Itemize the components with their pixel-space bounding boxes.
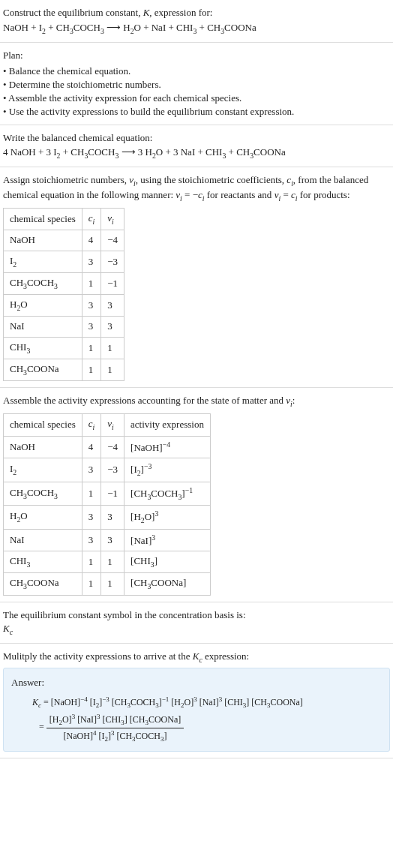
plan-list: Balance the chemical equation. Determine…	[3, 65, 390, 119]
cell-c: 1	[82, 482, 101, 506]
cell-v: 3	[101, 529, 124, 551]
cell-species: CH3COCH3	[4, 482, 82, 506]
table-row: I23−3[I2]−3	[4, 458, 211, 482]
answer-line2: = [H2O]3 [NaI]3 [CHI3] [CH3COONa] [NaOH]…	[32, 712, 382, 744]
cell-species: I2	[4, 458, 82, 482]
cell-v: −4	[101, 436, 124, 458]
table-row: CHI311[CHI3]	[4, 551, 211, 573]
table-row: H2O33[H2O]3	[4, 506, 211, 530]
table-header-row: chemical species ci νi activity expressi…	[4, 414, 211, 436]
plan-item: Determine the stoichiometric numbers.	[3, 78, 390, 92]
table-row: CH3COONa11[CH3COONa]	[4, 573, 211, 595]
answer-fraction: [H2O]3 [NaI]3 [CHI3] [CH3COONa] [NaOH]4 …	[46, 712, 184, 744]
cell-v: 1	[101, 573, 124, 595]
cell-species: CH3COONa	[4, 573, 82, 595]
cell-species: I2	[4, 251, 82, 272]
cell-species: H2O	[4, 295, 82, 317]
plan-item: Assemble the activity expression for eac…	[3, 92, 390, 105]
header-species: chemical species	[4, 209, 82, 230]
cell-expr: [CH3COONa]	[124, 573, 211, 595]
activity-section: Assemble the activity expressions accoun…	[0, 388, 393, 602]
cell-species: NaI	[4, 317, 82, 337]
cell-species: CHI3	[4, 337, 82, 359]
cell-species: CHI3	[4, 551, 82, 573]
table-row: CH3COCH31−1[CH3COCH3]−1	[4, 482, 211, 506]
cell-expr: [CHI3]	[124, 551, 211, 573]
stoich-text: Assign stoichiometric numbers, νi, using…	[3, 173, 390, 203]
cell-v: −3	[101, 251, 124, 272]
cell-species: NaOH	[4, 436, 82, 458]
cell-v: −1	[101, 272, 124, 294]
cell-species: NaI	[4, 529, 82, 551]
symbol-text: The equilibrium constant symbol in the c…	[3, 608, 390, 622]
header-expr: activity expression	[124, 414, 211, 436]
answer-line1: Kc = [NaOH]−4 [I2]−3 [CH3COCH3]−1 [H2O]3…	[32, 695, 382, 710]
plan-heading: Plan:	[3, 49, 390, 62]
balanced-section: Write the balanced chemical equation: 4 …	[0, 125, 393, 167]
cell-expr: [NaOH]−4	[124, 436, 211, 458]
plan-item: Balance the chemical equation.	[3, 65, 390, 78]
table-row: H2O33	[4, 295, 124, 317]
cell-v: −1	[101, 482, 124, 506]
cell-c: 3	[82, 295, 101, 317]
answer-numerator: [H2O]3 [NaI]3 [CHI3] [CH3COONa]	[46, 712, 184, 728]
intro-section: Construct the equilibrium constant, K, e…	[0, 0, 393, 43]
cell-species: NaOH	[4, 230, 82, 251]
header-c: ci	[82, 414, 101, 436]
balanced-heading: Write the balanced chemical equation:	[3, 131, 390, 145]
plan-section: Plan: Balance the chemical equation. Det…	[0, 43, 393, 125]
cell-v: −4	[101, 230, 124, 251]
cell-c: 3	[82, 317, 101, 337]
cell-expr: [I2]−3	[124, 458, 211, 482]
symbol-section: The equilibrium constant symbol in the c…	[0, 602, 393, 644]
cell-c: 1	[82, 359, 101, 380]
cell-c: 3	[82, 251, 101, 272]
cell-expr: [H2O]3	[124, 506, 211, 530]
cell-c: 3	[82, 506, 101, 530]
cell-species: H2O	[4, 506, 82, 530]
table-row: NaI33[NaI]3	[4, 529, 211, 551]
answer-denominator: [NaOH]4 [I2]3 [CH3COCH3]	[46, 728, 184, 744]
cell-species: CH3COONa	[4, 359, 82, 380]
table-row: I23−3	[4, 251, 124, 272]
cell-c: 1	[82, 272, 101, 294]
cell-v: 1	[101, 551, 124, 573]
cell-c: 4	[82, 230, 101, 251]
symbol-kc: Kc	[3, 622, 390, 637]
table-row: CHI311	[4, 337, 124, 359]
stoich-section: Assign stoichiometric numbers, νi, using…	[0, 167, 393, 388]
cell-c: 1	[82, 337, 101, 359]
cell-c: 3	[82, 458, 101, 482]
plan-item: Use the activity expressions to build th…	[3, 105, 390, 119]
cell-c: 1	[82, 551, 101, 573]
cell-v: 1	[101, 359, 124, 380]
stoich-table: chemical species ci νi NaOH4−4 I23−3 CH3…	[3, 208, 124, 381]
cell-c: 3	[82, 529, 101, 551]
header-c: ci	[82, 209, 101, 230]
cell-v: 1	[101, 337, 124, 359]
header-species: chemical species	[4, 414, 82, 436]
table-row: CH3COCH31−1	[4, 272, 124, 294]
cell-v: −3	[101, 458, 124, 482]
table-row: CH3COONa11	[4, 359, 124, 380]
header-v: νi	[101, 414, 124, 436]
intro-equation: NaOH + I2 + CH3COCH3 ⟶ H2O + NaI + CHI3 …	[3, 21, 390, 36]
multiply-heading: Mulitply the activity expressions to arr…	[3, 650, 390, 665]
answer-box: Answer: Kc = [NaOH]−4 [I2]−3 [CH3COCH3]−…	[3, 668, 390, 752]
balanced-equation: 4 NaOH + 3 I2 + CH3COCH3 ⟶ 3 H2O + 3 NaI…	[3, 146, 390, 161]
activity-table: chemical species ci νi activity expressi…	[3, 413, 211, 595]
table-header-row: chemical species ci νi	[4, 209, 124, 230]
cell-v: 3	[101, 317, 124, 337]
cell-v: 3	[101, 295, 124, 317]
cell-v: 3	[101, 506, 124, 530]
cell-expr: [NaI]3	[124, 529, 211, 551]
table-row: NaOH4−4[NaOH]−4	[4, 436, 211, 458]
table-row: NaOH4−4	[4, 230, 124, 251]
table-row: NaI33	[4, 317, 124, 337]
cell-expr: [CH3COCH3]−1	[124, 482, 211, 506]
multiply-section: Mulitply the activity expressions to arr…	[0, 644, 393, 758]
intro-heading: Construct the equilibrium constant, K, e…	[3, 6, 390, 20]
answer-label: Answer:	[11, 676, 382, 689]
header-v: νi	[101, 209, 124, 230]
cell-species: CH3COCH3	[4, 272, 82, 294]
